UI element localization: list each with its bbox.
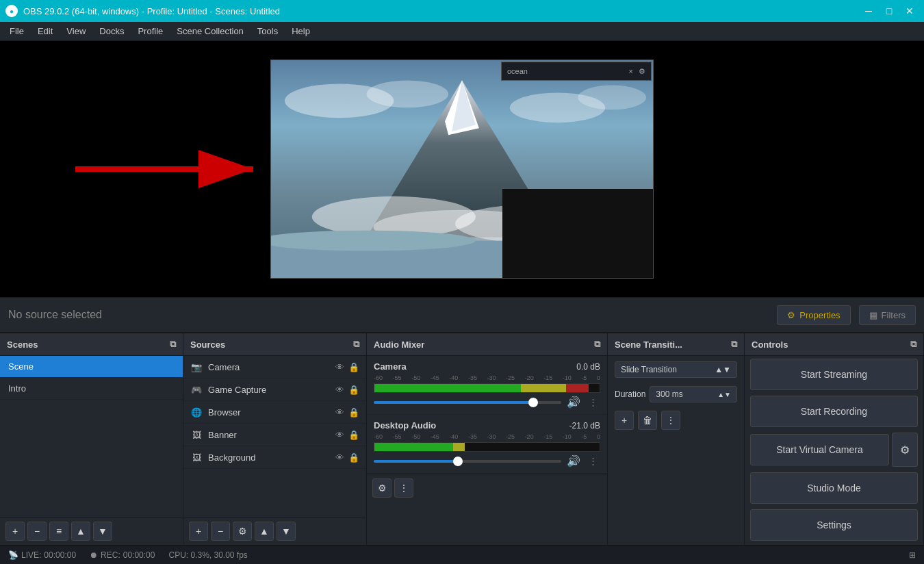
virtual-camera-row: Start Virtual Camera ⚙	[750, 433, 918, 467]
menu-edit[interactable]: Edit	[31, 23, 60, 39]
settings-button[interactable]: Settings	[750, 509, 918, 541]
scenes-down-button[interactable]: ▼	[93, 522, 112, 541]
scene-item-scene[interactable]: Scene	[0, 356, 183, 378]
start-streaming-button[interactable]: Start Streaming	[750, 359, 918, 390]
camera-meter-yellow	[521, 384, 566, 392]
desktop-more-options[interactable]: ⋮	[586, 454, 600, 467]
inner-window-settings[interactable]: ⚙	[639, 67, 645, 76]
camera-volume-thumb[interactable]	[528, 398, 538, 407]
banner-lock-icon[interactable]: 🔒	[348, 430, 359, 440]
source-item-camera[interactable]: 📷 Camera 👁 🔒	[183, 356, 366, 379]
browser-lock-icon[interactable]: 🔒	[348, 407, 359, 418]
rec-indicator-icon: ⏺	[90, 550, 98, 560]
source-item-game-capture[interactable]: 🎮 Game Capture 👁 🔒	[183, 379, 366, 401]
minimize-button[interactable]: ─	[860, 4, 877, 18]
menu-file[interactable]: File	[3, 23, 31, 39]
sources-panel: Sources ⧉ 📷 Camera 👁 🔒 🎮 Game Capture 👁	[183, 333, 367, 545]
duration-label: Duration	[615, 389, 645, 399]
background-source-icon: 🖼	[190, 451, 203, 463]
inner-preview-window: ocean × ⚙	[501, 62, 652, 81]
camera-lock-icon[interactable]: 🔒	[348, 362, 359, 372]
cpu-label: CPU: 0.3%, 30.00 fps	[168, 550, 247, 560]
resize-handle[interactable]: ⊞	[909, 550, 916, 560]
transitions-panel-icons: ⧉	[731, 339, 737, 350]
duration-value: 300 ms	[656, 389, 682, 399]
scenes-filter-button[interactable]: ≡	[49, 522, 68, 541]
banner-visibility-icon[interactable]: 👁	[335, 430, 344, 440]
transitions-panel: Scene Transiti... ⧉ Slide Transition ▲▼ …	[608, 333, 745, 545]
transition-select[interactable]: Slide Transition ▲▼	[615, 361, 737, 378]
sources-up-button[interactable]: ▲	[255, 522, 274, 541]
camera-meter-red	[566, 384, 589, 392]
scenes-footer: + − ≡ ▲ ▼	[0, 517, 183, 545]
virtual-camera-settings-button[interactable]: ⚙	[892, 433, 918, 467]
desktop-volume-thumb[interactable]	[453, 457, 463, 466]
desktop-meter-green	[374, 443, 453, 451]
game-capture-lock-icon[interactable]: 🔒	[348, 385, 359, 395]
audio-panel-header: Audio Mixer ⧉	[367, 333, 607, 356]
game-capture-visibility-icon[interactable]: 👁	[335, 385, 344, 395]
scenes-add-button[interactable]: +	[5, 522, 25, 541]
transition-more-button[interactable]: ⋮	[661, 411, 680, 430]
browser-source-name: Browser	[208, 407, 330, 418]
duration-spinner: ▲▼	[717, 391, 731, 398]
inner-window-close[interactable]: ×	[629, 67, 633, 76]
sources-maximize-icon[interactable]: ⧉	[353, 339, 359, 350]
start-recording-button[interactable]: Start Recording	[750, 396, 918, 427]
transition-add-button[interactable]: +	[615, 411, 634, 430]
audio-settings-button[interactable]: ⚙	[372, 478, 392, 498]
scenes-maximize-icon[interactable]: ⧉	[170, 339, 176, 350]
camera-mute-icon[interactable]: 🔊	[567, 396, 580, 409]
sources-remove-button[interactable]: −	[211, 522, 230, 541]
menu-tools[interactable]: Tools	[251, 23, 285, 39]
menu-profile[interactable]: Profile	[131, 23, 170, 39]
scenes-title: Scenes	[7, 339, 38, 350]
camera-meter-labels: -60-55-50-45-40-35-30-25-20-15-10-50	[374, 374, 600, 381]
desktop-mute-icon[interactable]: 🔊	[567, 454, 580, 467]
duration-input[interactable]: 300 ms ▲▼	[650, 386, 737, 402]
close-button[interactable]: ✕	[901, 4, 919, 18]
source-item-browser[interactable]: 🌐 Browser 👁 🔒	[183, 401, 366, 424]
virtual-camera-gear-icon: ⚙	[900, 444, 910, 457]
camera-meter-bar	[374, 384, 600, 392]
background-visibility-icon[interactable]: 👁	[335, 452, 344, 463]
background-lock-icon[interactable]: 🔒	[348, 452, 359, 463]
audio-panel-icons: ⧉	[594, 339, 600, 350]
audio-maximize-icon[interactable]: ⧉	[594, 339, 600, 350]
controls-maximize-icon[interactable]: ⧉	[910, 339, 916, 350]
sources-settings-button[interactable]: ⚙	[233, 522, 252, 541]
scenes-remove-button[interactable]: −	[27, 522, 47, 541]
menu-help[interactable]: Help	[285, 23, 317, 39]
banner-source-icon: 🖼	[190, 428, 203, 441]
sources-add-button[interactable]: +	[189, 522, 208, 541]
menu-scene-collection[interactable]: Scene Collection	[170, 23, 251, 39]
sources-down-button[interactable]: ▼	[277, 522, 296, 541]
source-list: 📷 Camera 👁 🔒 🎮 Game Capture 👁 🔒 🌐 B	[183, 356, 366, 517]
background-source-actions: 👁 🔒	[335, 452, 359, 463]
maximize-button[interactable]: □	[880, 4, 898, 18]
scene-item-intro[interactable]: Intro	[0, 378, 183, 400]
rec-label: REC:	[101, 550, 120, 560]
desktop-volume-slider[interactable]	[374, 460, 561, 463]
transition-remove-button[interactable]: 🗑	[638, 411, 657, 430]
scenes-up-button[interactable]: ▲	[71, 522, 90, 541]
camera-volume-slider[interactable]	[374, 401, 561, 404]
camera-audio-controls: 🔊 ⋮	[374, 396, 600, 409]
properties-button[interactable]: ⚙ Properties	[777, 305, 850, 325]
camera-visibility-icon[interactable]: 👁	[335, 362, 344, 372]
source-item-background[interactable]: 🖼 Background 👁 🔒	[183, 446, 366, 469]
menu-docks[interactable]: Docks	[92, 23, 131, 39]
scenes-panel-header: Scenes ⧉	[0, 333, 183, 356]
audio-more-button[interactable]: ⋮	[394, 478, 413, 498]
start-virtual-camera-button[interactable]: Start Virtual Camera	[750, 434, 889, 465]
desktop-meter-bar	[374, 443, 600, 451]
camera-volume-fill	[374, 401, 533, 404]
transitions-maximize-icon[interactable]: ⧉	[731, 339, 737, 350]
source-item-banner[interactable]: 🖼 Banner 👁 🔒	[183, 424, 366, 446]
camera-more-options[interactable]: ⋮	[586, 396, 600, 409]
browser-visibility-icon[interactable]: 👁	[335, 407, 344, 418]
studio-mode-button[interactable]: Studio Mode	[750, 472, 918, 504]
menu-view[interactable]: View	[60, 23, 92, 39]
svg-point-6	[578, 85, 646, 110]
filters-button[interactable]: ▦ Filters	[859, 305, 916, 325]
